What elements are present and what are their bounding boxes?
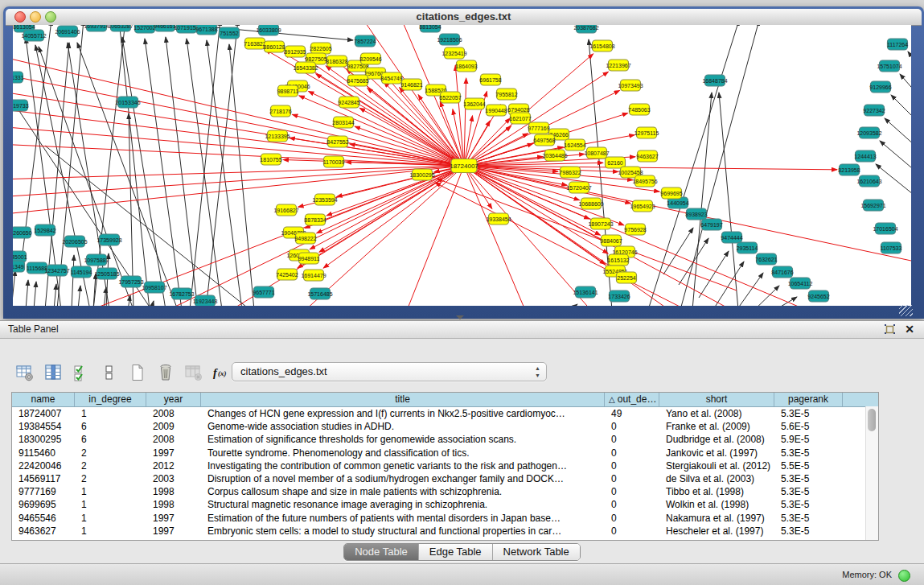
network-node[interactable]: 18907243: [588, 218, 613, 229]
column-header-title[interactable]: title: [201, 393, 605, 406]
network-node[interactable]: 8213958: [838, 164, 860, 175]
table-row[interactable]: 969969511998Structural magnetic resonanc…: [12, 498, 878, 511]
network-node[interactable]: 1117264: [887, 39, 908, 50]
network-canvas[interactable]: 8613054140557122069140616937914106532871…: [13, 25, 911, 306]
float-window-icon[interactable]: [884, 323, 897, 336]
network-node[interactable]: 16033809: [256, 25, 281, 35]
network-node[interactable]: 1615132: [607, 254, 629, 266]
table-vertical-scrollbar[interactable]: [865, 406, 878, 540]
network-node[interactable]: 20364486: [542, 150, 567, 161]
network-node[interactable]: 16154808: [589, 40, 614, 51]
network-node[interactable]: 9948911: [298, 253, 320, 264]
network-node[interactable]: 1170039: [323, 156, 345, 167]
network-node[interactable]: 9756928: [624, 224, 646, 235]
network-node[interactable]: 1527002: [133, 25, 155, 33]
table-mode-icon[interactable]: [14, 362, 35, 383]
network-node[interactable]: 1810755: [260, 154, 281, 165]
network-graph[interactable]: 8613054140557122069140616937914106532871…: [13, 25, 911, 306]
network-node[interactable]: 8860128: [263, 41, 285, 52]
table-row[interactable]: 1872400712008Changes of HCN gene express…: [12, 407, 878, 420]
network-node[interactable]: 17016504: [873, 223, 897, 234]
minimize-traffic-light-icon[interactable]: [30, 11, 41, 23]
network-node[interactable]: 15720407: [566, 182, 591, 193]
network-node[interactable]: 8813054: [419, 25, 441, 32]
network-node[interactable]: 19654923: [630, 200, 655, 212]
network-node[interactable]: 12133395: [265, 130, 290, 142]
network-node[interactable]: 12213967: [606, 60, 630, 71]
network-node[interactable]: 252254: [617, 272, 637, 283]
network-node[interactable]: 16210643: [856, 175, 881, 187]
close-icon[interactable]: ✕: [903, 321, 916, 338]
network-node[interactable]: 15751074: [877, 60, 901, 72]
network-node[interactable]: 2260650: [13, 227, 32, 238]
network-node[interactable]: 1201331: [13, 72, 24, 83]
network-node[interactable]: 18495756: [632, 175, 657, 187]
table-row[interactable]: 2242004622012Investigating the contribut…: [12, 459, 878, 472]
network-node[interactable]: 9129966: [869, 81, 891, 93]
network-node[interactable]: 6497568: [533, 134, 555, 146]
table-row[interactable]: 946362711997Embryonic stem cells: a mode…: [12, 525, 878, 538]
table-row[interactable]: 1830029562008Estimation of significance …: [12, 433, 878, 446]
network-node[interactable]: 16543382: [293, 62, 318, 73]
network-node[interactable]: 14055712: [21, 30, 46, 41]
network-node[interactable]: 12975115: [634, 127, 659, 138]
column-header-short[interactable]: short: [659, 393, 774, 406]
delete-columns-icon[interactable]: [155, 362, 176, 383]
network-node[interactable]: 2935114: [737, 242, 758, 253]
network-node[interactable]: 9884067: [600, 235, 622, 246]
network-node[interactable]: 9466161: [154, 25, 175, 31]
network-node[interactable]: 1733426: [608, 290, 630, 302]
network-node[interactable]: 1244413: [854, 150, 876, 162]
network-node[interactable]: 17957253: [118, 276, 143, 287]
network-node[interactable]: 7955812: [495, 89, 517, 100]
network-node[interactable]: 8186328: [326, 56, 347, 67]
select-all-icon[interactable]: [71, 362, 92, 383]
network-node[interactable]: 1990448: [485, 105, 507, 116]
close-traffic-light-icon[interactable]: [14, 11, 26, 23]
network-node[interactable]: 10975887: [84, 254, 109, 266]
network-node[interactable]: 9699695: [660, 187, 682, 199]
network-node[interactable]: 10807487: [584, 147, 609, 159]
network-node[interactable]: 11923448: [193, 295, 218, 306]
zoom-traffic-light-icon[interactable]: [45, 11, 56, 23]
network-window-titlebar[interactable]: citations_edges.txt: [6, 9, 922, 26]
unselect-all-icon[interactable]: [99, 362, 120, 383]
network-node[interactable]: 2718176: [269, 105, 291, 117]
network-node[interactable]: 8475685: [347, 75, 368, 86]
tab-network-table[interactable]: Network Table: [492, 544, 580, 560]
tab-node-table[interactable]: Node Table: [344, 544, 418, 560]
network-node[interactable]: 20206505: [62, 236, 87, 247]
table-row[interactable]: 1456911722003Disruption of a novel membe…: [12, 472, 878, 485]
network-node[interactable]: 8209546: [359, 53, 381, 64]
network-node[interactable]: 1621077: [509, 113, 531, 124]
network-node[interactable]: 6522057: [439, 92, 461, 103]
network-node[interactable]: 1624554: [564, 139, 585, 150]
network-node[interactable]: 16937914: [84, 25, 109, 31]
network-node[interactable]: 8938923: [685, 208, 707, 220]
splitter-collapse-arrow[interactable]: [456, 315, 464, 319]
network-node[interactable]: 15716485: [307, 288, 332, 299]
network-node[interactable]: 20691406: [55, 26, 80, 37]
network-node[interactable]: 9474444: [721, 232, 742, 243]
network-node[interactable]: 2822605: [310, 43, 331, 54]
network-node[interactable]: 8878334: [304, 214, 326, 225]
network-node[interactable]: 10653287: [108, 25, 133, 31]
network-node[interactable]: 7425402: [276, 269, 298, 280]
column-header-year[interactable]: year: [146, 393, 201, 406]
network-node[interactable]: 8471676: [771, 266, 793, 278]
column-header-out_de[interactable]: △out_de…: [605, 393, 659, 406]
function-builder-icon[interactable]: f (x): [211, 362, 232, 383]
network-node[interactable]: 17359928: [97, 234, 121, 245]
table-row[interactable]: 977716911998Corpus callosum shape and si…: [12, 485, 878, 498]
network-node[interactable]: 15136141: [573, 286, 598, 298]
network-node[interactable]: 751552: [220, 27, 240, 39]
scrollbar-thumb[interactable]: [868, 409, 876, 431]
show-columns-icon[interactable]: [43, 362, 64, 383]
network-node[interactable]: 16782753: [169, 288, 194, 299]
network-node[interactable]: 2803144: [332, 117, 354, 128]
table-row[interactable]: 1938455462009Genome-wide association stu…: [12, 420, 878, 433]
table-row[interactable]: 946554611997Estimation of the future num…: [12, 512, 878, 525]
network-node[interactable]: 7632621: [755, 253, 777, 265]
network-node[interactable]: 1019733: [13, 100, 29, 111]
network-node[interactable]: 9498222: [294, 233, 316, 244]
